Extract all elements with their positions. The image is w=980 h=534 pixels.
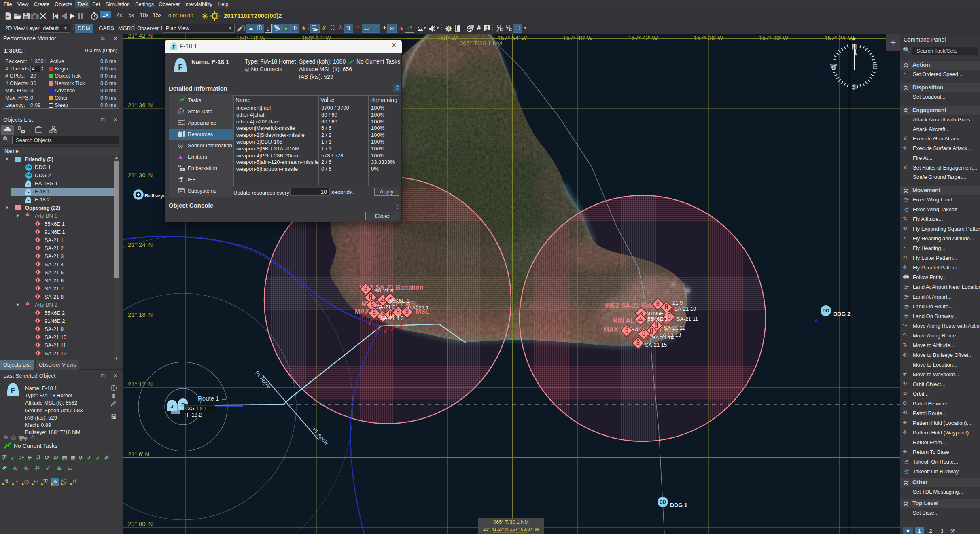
svg-text:21° 6' N: 21° 6' N bbox=[128, 451, 149, 458]
svg-text:065° T/30.1 NM: 065° T/30.1 NM bbox=[460, 40, 502, 47]
svg-text:3G 18 1: 3G 18 1 bbox=[188, 406, 207, 411]
svg-text:F: F bbox=[181, 402, 185, 408]
svg-text:55K6E 1: 55K6E 1 bbox=[389, 298, 409, 304]
svg-text:SA: SA bbox=[631, 326, 638, 333]
svg-text:SA-21 6: SA-21 6 bbox=[376, 304, 395, 310]
svg-text:21 9: 21 9 bbox=[672, 300, 683, 306]
svg-text:SA-21 14: SA-21 14 bbox=[652, 335, 674, 341]
svg-text:W: W bbox=[830, 63, 837, 70]
svg-text:21° 41.27' N 157° 58.87' W: 21° 41.27' N 157° 58.87' W bbox=[483, 527, 539, 532]
svg-text:157° 42' W: 157° 42' W bbox=[628, 34, 658, 41]
svg-text:S: S bbox=[852, 84, 857, 91]
svg-text:21° 30' N: 21° 30' N bbox=[128, 172, 153, 178]
svg-text:158° W: 158° W bbox=[437, 34, 457, 41]
svg-text:SA-21 15: SA-21 15 bbox=[645, 342, 667, 348]
svg-text:★: ★ bbox=[851, 36, 857, 42]
svg-text:J: J bbox=[170, 403, 173, 409]
svg-text:E: E bbox=[873, 63, 877, 70]
svg-text:SA-21 8: SA-21 8 bbox=[374, 288, 393, 294]
svg-text:21° 18' N: 21° 18' N bbox=[128, 311, 153, 318]
svg-text:SA-21 12: SA-21 12 bbox=[664, 325, 685, 331]
svg-text:DD: DD bbox=[660, 500, 666, 504]
svg-text:91N6E 2: 91N6E 2 bbox=[647, 310, 668, 316]
svg-text:55K6E 2: 55K6E 2 bbox=[647, 316, 668, 322]
svg-text:21° 12' N: 21° 12' N bbox=[128, 381, 153, 388]
svg-text:065° T/30.1 NM: 065° T/30.1 NM bbox=[493, 519, 528, 525]
svg-text:F-18 2: F-18 2 bbox=[187, 412, 202, 418]
svg-text:157° 24' W: 157° 24' W bbox=[824, 34, 854, 41]
svg-text:Bullseye: Bullseye bbox=[144, 193, 166, 199]
svg-text:SA-21 10: SA-21 10 bbox=[674, 306, 696, 312]
svg-text:SA-21 4 3: SA-21 4 3 bbox=[380, 315, 404, 321]
svg-text:-21A221 1: -21A221 1 bbox=[405, 305, 429, 311]
svg-text:Route 1 →: Route 1 → bbox=[198, 395, 227, 402]
svg-text:20° 60' N: 20° 60' N bbox=[128, 520, 153, 527]
svg-text:DDG 1: DDG 1 bbox=[670, 502, 687, 509]
svg-text:21° 36' N: 21° 36' N bbox=[128, 102, 153, 108]
svg-text:157° 48' W: 157° 48' W bbox=[563, 34, 593, 41]
svg-text:DDG 2: DDG 2 bbox=[833, 311, 851, 317]
svg-text:DD: DD bbox=[823, 308, 829, 313]
svg-text:SA-21 11: SA-21 11 bbox=[677, 316, 698, 322]
svg-text:157° 36' W: 157° 36' W bbox=[694, 34, 723, 41]
svg-text:157° 30' W: 157° 30' W bbox=[759, 34, 789, 41]
